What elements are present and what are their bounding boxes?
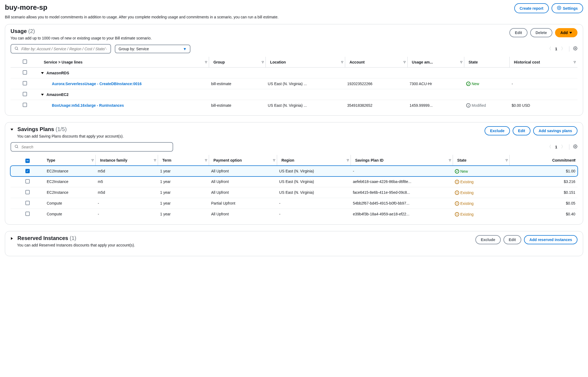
info-circle-icon: i	[455, 191, 459, 195]
savings-edit-button[interactable]: Edit	[513, 126, 530, 135]
sort-icon[interactable]: ▽	[449, 159, 451, 162]
usage-row-checkbox[interactable]	[23, 81, 27, 85]
savings-row-checkbox[interactable]	[25, 190, 30, 194]
sort-icon[interactable]: ▽	[341, 61, 343, 64]
savings-cell-type: EC2Instance	[45, 187, 96, 198]
sort-icon[interactable]: ▽	[154, 159, 156, 162]
usage-cell-historical: -	[509, 78, 577, 89]
sort-icon[interactable]: ▽	[205, 61, 207, 64]
create-report-button[interactable]: Create report	[514, 3, 549, 13]
usage-panel: Usage (2) You can add up to 1000 rows of…	[5, 24, 583, 116]
savings-row-checkbox[interactable]	[25, 201, 30, 205]
savings-cell-commitment: $0.40	[509, 209, 577, 219]
savings-prev-page[interactable]: 〈	[547, 144, 551, 150]
usage-line-link[interactable]: BoxUsage:m5d.16xlarge - RunInstances	[41, 103, 124, 108]
group-toggle-icon[interactable]	[41, 94, 44, 96]
settings-button[interactable]: Settings	[552, 3, 583, 13]
savings-exclude-button[interactable]: Exclude	[485, 126, 510, 135]
col-commitment[interactable]: Commitment	[552, 158, 575, 162]
col-usage-amount[interactable]: Usage am...	[412, 60, 433, 64]
svg-point-3	[575, 48, 576, 49]
usage-cell-group: bill-estimate	[209, 100, 266, 111]
savings-search-input[interactable]	[11, 142, 173, 152]
savings-cell-plan-id: -	[351, 166, 453, 176]
savings-settings-icon[interactable]	[573, 144, 577, 149]
col-region[interactable]: Region	[281, 158, 294, 162]
usage-filter-input[interactable]	[11, 44, 111, 54]
reserved-title: Reserved Instances	[18, 235, 68, 241]
reserved-add-button[interactable]: Add reserved instances	[524, 235, 577, 244]
sort-icon[interactable]: ▽	[273, 159, 275, 162]
col-state[interactable]: State	[457, 158, 466, 162]
usage-delete-button[interactable]: Delete	[530, 28, 552, 37]
group-toggle-icon[interactable]	[41, 72, 44, 74]
savings-row-checkbox[interactable]: ✓	[25, 169, 30, 173]
usage-description: You can add up to 1000 rows of new or ex…	[11, 36, 152, 40]
col-historical-cost[interactable]: Historical cost	[514, 60, 540, 64]
svg-line-2	[17, 49, 18, 50]
savings-cell-plan-id: aefeb618-caae-4226-86ba-d6f8e...	[351, 176, 453, 187]
savings-select-all-checkbox[interactable]	[25, 159, 30, 163]
usage-cell-account: 192023522266	[345, 78, 407, 89]
caret-down-icon	[569, 32, 572, 34]
col-service[interactable]: Service > Usage lines	[41, 60, 83, 64]
settings-label: Settings	[563, 6, 578, 11]
col-state[interactable]: State	[469, 60, 478, 64]
reserved-edit-button[interactable]: Edit	[503, 235, 521, 244]
usage-settings-icon[interactable]	[573, 46, 577, 51]
search-icon	[14, 144, 19, 149]
savings-table: Type▽ Instance family▽ Term▽ Payment opt…	[11, 155, 577, 219]
savings-next-page[interactable]: 〉	[561, 144, 565, 150]
col-term[interactable]: Term	[162, 158, 171, 162]
savings-cell-family: -	[96, 209, 158, 219]
savings-search-field[interactable]	[21, 145, 169, 149]
savings-collapse-toggle[interactable]	[11, 129, 13, 131]
reserved-collapse-toggle[interactable]	[11, 237, 13, 240]
savings-row-checkbox[interactable]	[25, 212, 30, 216]
savings-description: You can add Saving Plans discounts that …	[17, 134, 124, 138]
check-circle-icon: ✓	[455, 169, 459, 174]
usage-group-name: AmazonRDS	[46, 71, 69, 75]
usage-cell-amount: 1459.99999...	[407, 100, 464, 111]
savings-cell-type: EC2Instance	[45, 166, 96, 176]
usage-add-button[interactable]: Add	[555, 28, 577, 37]
sort-icon[interactable]: ▽	[404, 61, 406, 64]
sort-icon[interactable]: ▽	[262, 61, 264, 64]
usage-next-page[interactable]: 〉	[561, 46, 565, 52]
usage-row-checkbox[interactable]	[23, 103, 27, 107]
usage-filter-field[interactable]	[21, 46, 107, 51]
col-type[interactable]: Type	[47, 158, 55, 162]
savings-cell-region: US East (N. Virginia)	[277, 166, 351, 176]
sort-icon[interactable]: ▽	[347, 159, 349, 162]
usage-cell-location: US East (N. Virginia) ...	[266, 100, 345, 111]
col-payment[interactable]: Payment option	[213, 158, 242, 162]
sort-icon[interactable]: ▽	[460, 61, 462, 64]
usage-groupby-select[interactable]: Group by: Service ▼	[115, 45, 190, 53]
col-group[interactable]: Group	[213, 60, 225, 64]
col-location[interactable]: Location	[270, 60, 286, 64]
sort-icon[interactable]: ▽	[92, 159, 94, 162]
savings-cell-commitment: $0.151	[509, 187, 577, 198]
usage-group-checkbox[interactable]	[23, 70, 27, 75]
reserved-exclude-button[interactable]: Exclude	[475, 235, 501, 244]
svg-line-5	[17, 147, 18, 148]
sort-icon[interactable]: ▽	[205, 159, 207, 162]
info-circle-icon: i	[466, 103, 471, 108]
savings-row-checkbox[interactable]	[25, 179, 30, 184]
usage-cell-location: US East (N. Virginia) ...	[266, 78, 345, 89]
usage-prev-page[interactable]: 〈	[547, 46, 551, 52]
col-account[interactable]: Account	[350, 60, 365, 64]
usage-line-link[interactable]: Aurora:ServerlessUsage - CreateDBInstanc…	[41, 82, 142, 86]
col-family[interactable]: Instance family	[100, 158, 127, 162]
usage-page-number: 1	[555, 47, 557, 51]
usage-select-all-checkbox[interactable]	[23, 59, 27, 64]
sort-icon[interactable]: ▽	[506, 159, 508, 162]
sort-icon[interactable]: ▽	[574, 61, 576, 64]
savings-cell-region: -	[277, 198, 351, 209]
usage-edit-button[interactable]: Edit	[509, 28, 527, 37]
sort-icon[interactable]: ▽	[574, 159, 576, 162]
col-plan-id[interactable]: Savings Plan ID	[355, 158, 384, 162]
savings-cell-term: 1 year	[158, 166, 209, 176]
savings-add-button[interactable]: Add savings plans	[533, 126, 577, 135]
usage-group-checkbox[interactable]	[23, 92, 27, 96]
